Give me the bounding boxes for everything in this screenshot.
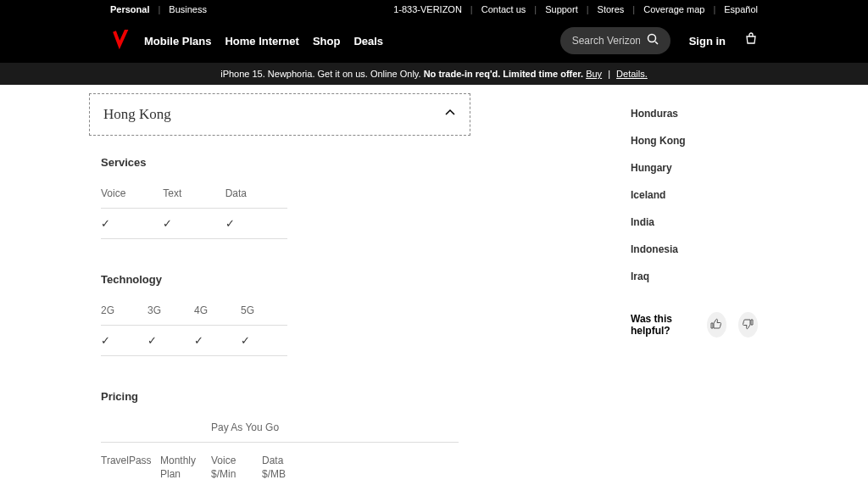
search-input[interactable]	[572, 35, 640, 47]
header-cell: Text	[163, 187, 225, 199]
check-cell: ✓	[163, 217, 225, 230]
top-utility-bar: Personal | Business 1-833-VERIZON | Cont…	[0, 0, 868, 19]
services-table: Voice Text Data ✓ ✓ ✓	[101, 179, 287, 239]
business-link[interactable]: Business	[169, 4, 207, 14]
sidebar-item-country[interactable]: Honduras	[631, 100, 758, 127]
promo-text2: No trade-in req'd. Limited time offer.	[424, 69, 583, 79]
table-row: Pay As You Go	[101, 413, 459, 443]
right-rail: Honduras Hong Kong Hungary Iceland India…	[631, 93, 758, 491]
sidebar-item-country[interactable]: Iraq	[631, 263, 758, 290]
svg-point-0	[648, 35, 655, 42]
chevron-up-icon	[444, 107, 456, 122]
promo-sep: |	[608, 69, 610, 79]
header-cell: 2G	[101, 304, 147, 316]
technology-title: Technology	[101, 273, 459, 286]
table-row: 2G 3G 4G 5G	[101, 296, 287, 326]
header-cell: 4G	[194, 304, 241, 316]
thumbs-up-icon	[710, 318, 722, 332]
accordion-header[interactable]: Hong Kong	[89, 93, 470, 136]
nav-links: Mobile Plans Home Internet Shop Deals	[144, 35, 383, 47]
sidebar-item-country[interactable]: Hungary	[631, 154, 758, 181]
header-cell: Monthly Plan	[160, 455, 211, 481]
contact-link[interactable]: Contact us	[481, 4, 526, 14]
header-cell: 3G	[147, 304, 194, 316]
table-row: TravelPass Monthly Plan Voice $/Min Data…	[101, 443, 459, 491]
accordion-title: Hong Kong	[103, 106, 171, 123]
cart-icon[interactable]	[744, 32, 758, 49]
table-row: ✓ ✓ ✓ ✓	[101, 326, 287, 356]
stores-link[interactable]: Stores	[598, 4, 625, 14]
check-cell: ✓	[241, 334, 287, 347]
thumbs-down-button[interactable]	[738, 312, 758, 338]
check-cell: ✓	[147, 334, 194, 347]
search-box[interactable]	[560, 27, 670, 54]
technology-table: 2G 3G 4G 5G ✓ ✓ ✓ ✓	[101, 296, 287, 356]
promo-text1: iPhone 15. Newphoria. Get it on us. Onli…	[220, 69, 423, 79]
services-title: Services	[101, 156, 459, 169]
sidebar-item-country[interactable]: India	[631, 209, 758, 236]
personal-link[interactable]: Personal	[110, 4, 149, 14]
header-cell: TravelPass	[101, 455, 160, 481]
promo-buy-link[interactable]: Buy	[586, 69, 602, 79]
header-cell: Voice $/Min	[211, 455, 262, 481]
sidebar-item-country[interactable]: Hong Kong	[631, 127, 758, 154]
sidebar-item-country[interactable]: Iceland	[631, 181, 758, 209]
table-row: Voice Text Data	[101, 179, 287, 209]
nav-right: Sign in	[560, 27, 758, 54]
technology-section: Technology 2G 3G 4G 5G ✓ ✓ ✓ ✓	[89, 273, 470, 356]
check-cell: ✓	[194, 334, 241, 347]
thumbs-down-icon	[742, 318, 754, 332]
promo-bar: iPhone 15. Newphoria. Get it on us. Onli…	[0, 63, 868, 85]
top-bar-left: Personal | Business	[110, 4, 207, 14]
table-row: ✓ ✓ ✓	[101, 209, 287, 239]
top-bar-right: 1-833-VERIZON | Contact us | Support | S…	[393, 4, 758, 14]
content: Hong Kong Services Voice Text Data ✓ ✓ ✓	[0, 85, 868, 491]
services-section: Services Voice Text Data ✓ ✓ ✓	[89, 156, 470, 239]
main-column: Hong Kong Services Voice Text Data ✓ ✓ ✓	[89, 93, 470, 491]
check-cell: ✓	[101, 217, 163, 230]
sidebar-item-country[interactable]: Indonesia	[631, 236, 758, 263]
svg-line-1	[655, 42, 658, 44]
pricing-section: Pricing Pay As You Go TravelPass Monthly…	[89, 390, 470, 491]
promo-details-link[interactable]: Details.	[616, 69, 648, 79]
header-cell: Voice	[101, 187, 163, 199]
nav-mobile-plans[interactable]: Mobile Plans	[144, 35, 211, 47]
nav-home-internet[interactable]: Home Internet	[225, 35, 298, 47]
nav-left: Mobile Plans Home Internet Shop Deals	[110, 30, 383, 52]
search-icon[interactable]	[647, 33, 659, 48]
phone-link[interactable]: 1-833-VERIZON	[393, 4, 462, 14]
main-nav: Mobile Plans Home Internet Shop Deals Si…	[0, 19, 868, 63]
espanol-link[interactable]: Español	[724, 4, 758, 14]
pricing-table: Pay As You Go TravelPass Monthly Plan Vo…	[101, 413, 459, 491]
helpful-row: Was this helpful?	[631, 312, 758, 338]
verizon-logo-icon[interactable]	[110, 30, 129, 52]
pricing-title: Pricing	[101, 390, 459, 403]
signin-link[interactable]: Sign in	[689, 35, 726, 47]
coverage-link[interactable]: Coverage map	[643, 4, 704, 14]
header-cell: 5G	[241, 304, 287, 316]
header-cell: Data	[225, 187, 287, 199]
thumbs-up-button[interactable]	[707, 312, 726, 338]
nav-shop[interactable]: Shop	[313, 35, 341, 47]
divider: |	[158, 4, 160, 14]
nav-deals[interactable]: Deals	[353, 35, 383, 47]
check-cell: ✓	[225, 217, 287, 230]
helpful-label: Was this helpful?	[631, 313, 695, 337]
check-cell: ✓	[101, 334, 147, 347]
payg-label: Pay As You Go	[211, 421, 279, 433]
support-link[interactable]: Support	[545, 4, 578, 14]
header-cell: Data $/MB	[262, 455, 313, 481]
